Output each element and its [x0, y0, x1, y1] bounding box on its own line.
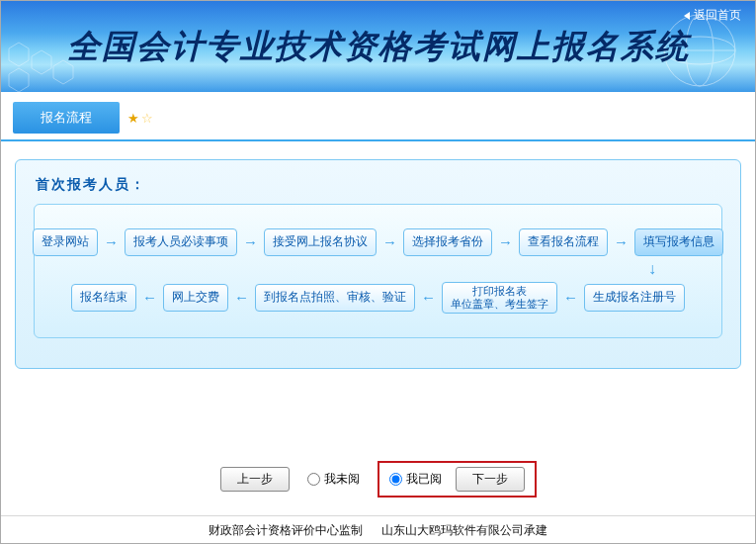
arrow-right-icon: →	[380, 233, 399, 250]
footer: 财政部会计资格评价中心监制 山东山大鸥玛软件有限公司承建	[1, 515, 755, 543]
highlight-callout: 我已阅 下一步	[378, 461, 537, 498]
footer-left: 财政部会计资格评价中心监制	[209, 523, 363, 537]
header-banner: 返回首页 全国会计专业技术资格考试网上报名系统	[1, 1, 755, 92]
step-fill-info: 填写报考信息	[634, 228, 723, 256]
unread-text: 我未阅	[324, 471, 360, 488]
nav-controls: 上一步 我未阅 我已阅 下一步	[15, 443, 741, 505]
arrow-left-icon: ←	[140, 289, 159, 306]
step-gen-reg-id: 生成报名注册号	[584, 284, 685, 312]
page-root: 返回首页 全国会计专业技术资格考试网上报名系统 报名流程 ★ ☆ 首次报考人员：…	[0, 0, 756, 544]
back-home-link[interactable]: 返回首页	[684, 7, 741, 24]
panel-title: 首次报考人员：	[34, 170, 722, 204]
step-onsite-verify: 到报名点拍照、审核、验证	[255, 284, 415, 312]
prev-button[interactable]: 上一步	[220, 467, 290, 492]
tab-bar: 报名流程 ★ ☆	[1, 92, 755, 141]
arrow-left-icon: ←	[419, 289, 438, 306]
read-radio[interactable]	[389, 473, 402, 486]
flow-row-2: 报名结束 ← 网上交费 ← 到报名点拍照、审核、验证 ← 打印报名表单位盖章、考…	[44, 282, 712, 314]
step-login: 登录网站	[33, 228, 98, 256]
arrow-right-icon: →	[241, 233, 260, 250]
step-view-process: 查看报名流程	[519, 228, 608, 256]
arrow-right-icon: →	[612, 233, 630, 250]
arrow-left-icon: ←	[232, 289, 251, 306]
next-button[interactable]: 下一步	[456, 467, 525, 492]
arrow-right-icon: →	[496, 233, 515, 250]
footer-right: 山东山大鸥玛软件有限公司承建	[381, 523, 547, 537]
read-text: 我已阅	[406, 471, 442, 488]
star-icon: ★	[127, 111, 139, 126]
unread-radio-label[interactable]: 我未阅	[307, 471, 360, 488]
step-select-province: 选择报考省份	[403, 228, 492, 256]
main-area: 首次报考人员： 登录网站 → 报考人员必读事项 → 接受网上报名协议 → 选择报…	[1, 141, 755, 515]
step-accept-agreement: 接受网上报名协议	[264, 228, 377, 256]
arrow-down-icon: ↓	[44, 262, 712, 276]
read-radio-label[interactable]: 我已阅	[389, 471, 442, 488]
step-pay-online: 网上交费	[163, 284, 228, 312]
star-outline-icon: ☆	[141, 111, 153, 126]
tab-registration-process[interactable]: 报名流程	[13, 102, 120, 134]
arrow-left-icon: ←	[561, 289, 580, 306]
first-time-panel: 首次报考人员： 登录网站 → 报考人员必读事项 → 接受网上报名协议 → 选择报…	[15, 159, 741, 369]
step-end: 报名结束	[71, 284, 136, 312]
unread-radio[interactable]	[307, 473, 320, 486]
step-required-reading: 报考人员必读事项	[125, 228, 237, 256]
flow-row-1: 登录网站 → 报考人员必读事项 → 接受网上报名协议 → 选择报考省份 → 查看…	[44, 228, 712, 256]
svg-marker-2	[9, 68, 29, 92]
arrow-right-icon: →	[102, 233, 121, 250]
page-title: 全国会计专业技术资格考试网上报名系统	[1, 25, 755, 69]
flow-diagram: 登录网站 → 报考人员必读事项 → 接受网上报名协议 → 选择报考省份 → 查看…	[34, 204, 722, 338]
step-print-form: 打印报名表单位盖章、考生签字	[442, 282, 557, 314]
